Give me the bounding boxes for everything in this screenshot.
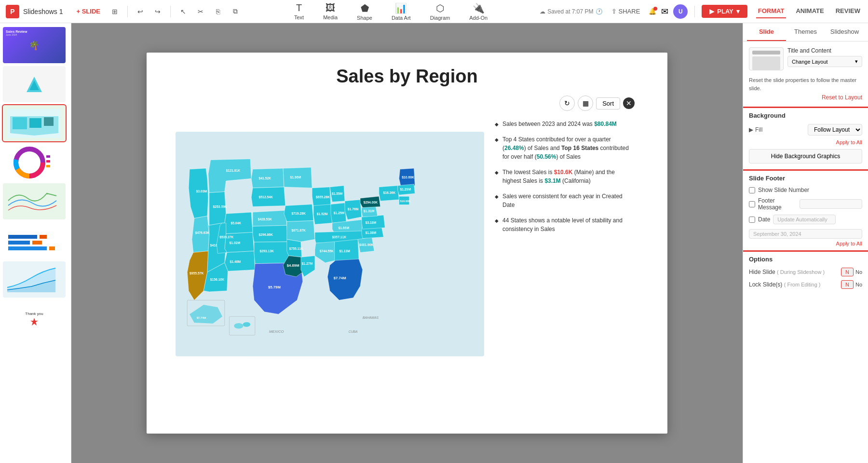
show-slide-number-checkbox[interactable]: [749, 187, 755, 193]
notification-icon[interactable]: 🔔: [649, 8, 656, 15]
svg-rect-3: [13, 117, 27, 129]
share-button[interactable]: ⇧ SHARE: [608, 6, 644, 17]
text-icon: T: [296, 2, 302, 14]
slide-wrapper-3: 3: [3, 105, 68, 141]
chart-type-button[interactable]: ▦: [578, 95, 593, 111]
svg-text:$955.57K: $955.57K: [190, 272, 203, 275]
toolbar-media[interactable]: 🖼 Media: [319, 0, 341, 22]
svg-text:$3.03M: $3.03M: [196, 190, 207, 193]
slide-thumbnail-2[interactable]: [3, 66, 66, 102]
svg-text:$10.60K: $10.60K: [400, 200, 411, 203]
cursor-btn[interactable]: ↖: [176, 5, 190, 18]
svg-point-109: [234, 323, 243, 329]
lock-slide-toggle-no[interactable]: N: [841, 280, 854, 289]
date-row: Date: [749, 215, 862, 224]
svg-text:$253.59K: $253.59K: [213, 205, 227, 209]
topbar-right: ☁ Saved at 7:07 PM 🕐 ⇧ SHARE 🔔 ✉ U ▶ PLA…: [540, 4, 862, 19]
duplicate-btn[interactable]: ⧉: [229, 5, 242, 18]
svg-rect-17: [32, 241, 42, 245]
footer-message-input[interactable]: [800, 199, 862, 209]
play-button[interactable]: ▶ PLAY ▾: [702, 5, 747, 18]
slide-thumbnail-3[interactable]: [3, 105, 66, 141]
change-layout-button[interactable]: Change Layout ▾: [787, 56, 862, 67]
map-container: ↻ ▦ Sort ✕ $3.03M $476.: [176, 95, 638, 394]
refresh-button[interactable]: ↻: [559, 95, 575, 111]
rp-tab-slide[interactable]: Slide: [747, 23, 786, 41]
footer-message-checkbox[interactable]: [749, 201, 755, 207]
slide-view-btn[interactable]: ⊞: [108, 5, 122, 18]
right-panel-content: Title and Content Change Layout ▾ Reset …: [743, 41, 868, 463]
slide-thumbnail-6[interactable]: [3, 222, 66, 259]
toolbar-text[interactable]: T Text: [290, 0, 308, 22]
toolbar-shape[interactable]: ⬟ Shape: [353, 0, 376, 23]
slide-thumbnail-1[interactable]: Sales Review June 2024 🌴: [3, 27, 66, 63]
footer-apply-all-link[interactable]: Apply to All: [749, 241, 862, 246]
footer-section-title: Slide Footer: [749, 175, 862, 182]
svg-text:$294.00K: $294.00K: [364, 201, 378, 204]
tab-review[interactable]: REVIEW: [834, 4, 862, 18]
slide-thumbnail-7[interactable]: [3, 261, 66, 298]
close-button[interactable]: ✕: [623, 97, 635, 109]
date-display-input[interactable]: [749, 229, 862, 239]
rp-tab-slideshow[interactable]: Slideshow: [825, 23, 864, 41]
show-slide-number-row: Show Slide Number: [749, 187, 862, 193]
user-avatar[interactable]: U: [673, 4, 688, 19]
add-slide-button[interactable]: + SLIDE: [73, 6, 105, 17]
copy-btn[interactable]: ⎘: [211, 5, 225, 18]
svg-text:$1.29M: $1.29M: [400, 188, 411, 191]
footer-message-label: Footer Message: [758, 197, 797, 211]
hide-background-graphics-button[interactable]: Hide Background Graphics: [749, 149, 862, 163]
svg-rect-18: [49, 246, 55, 250]
slide-thumbnail-8[interactable]: Thank you: [3, 300, 66, 337]
undo-btn[interactable]: ↩: [134, 5, 147, 18]
date-checkbox[interactable]: [749, 217, 755, 223]
divider3: [694, 6, 695, 17]
toolbar-data-art[interactable]: 📊 Data Art: [388, 0, 415, 23]
slide-thumbnail-5[interactable]: [3, 183, 66, 219]
background-section: Background ▶ Fill Follow Layout Apply to…: [749, 112, 862, 163]
insight-item-3: ◆ The lowest Sales is $10.6K (Maine) and…: [495, 168, 633, 185]
svg-text:$1.48M: $1.48M: [230, 260, 241, 264]
svg-text:$156.16K: $156.16K: [210, 278, 224, 282]
svg-text:CUBA: CUBA: [349, 330, 358, 333]
tab-animate[interactable]: ANIMATE: [794, 4, 826, 18]
hide-slide-toggle-no[interactable]: N: [841, 268, 854, 276]
data-art-icon: 📊: [395, 2, 407, 14]
main-layout: 1 Sales Review June 2024 🌴 2: [0, 23, 868, 463]
layout-preview-thumbnail: [749, 47, 784, 70]
svg-text:$755.11K: $755.11K: [289, 247, 303, 251]
background-divider: [743, 107, 868, 108]
slide-thumbnail-4[interactable]: [3, 144, 66, 180]
toolbar-addon[interactable]: 🔌 Add-On: [465, 0, 491, 23]
fill-select[interactable]: Follow Layout: [808, 124, 862, 136]
mail-icon[interactable]: ✉: [661, 6, 668, 17]
svg-text:$1.02M: $1.02M: [230, 241, 241, 245]
svg-text:$1.25M: $1.25M: [334, 211, 345, 215]
svg-text:$3.18M: $3.18M: [366, 221, 377, 225]
bullet-icon-1: ◆: [495, 121, 499, 128]
svg-text:$1.38M: $1.38M: [366, 231, 377, 235]
toolbar-center: T Text 🖼 Media ⬟ Shape 📊 Data Art ⬡ Diag…: [246, 0, 536, 23]
svg-text:$4.69M: $4.69M: [287, 263, 299, 268]
toolbar-diagram[interactable]: ⬡ Diagram: [426, 0, 454, 23]
sort-toolbar: ↻ ▦ Sort ✕: [559, 95, 635, 111]
insight-item-2: ◆ Top 4 States contributed for over a qu…: [495, 135, 633, 161]
footer-message-row: Footer Message: [749, 197, 862, 211]
svg-text:$1.31M: $1.31M: [364, 209, 375, 213]
svg-text:$10.60K: $10.60K: [402, 176, 414, 179]
tab-format[interactable]: FORMAT: [756, 4, 787, 18]
date-update-input[interactable]: [773, 215, 836, 224]
slide-wrapper-5: 5: [3, 183, 68, 219]
sort-button[interactable]: Sort: [596, 97, 620, 109]
apply-all-link[interactable]: Apply to All: [749, 139, 862, 145]
svg-text:$1.96M: $1.96M: [290, 176, 301, 179]
svg-text:$293.13K: $293.13K: [260, 249, 274, 253]
share-icon: ⇧: [611, 8, 617, 15]
topbar: P Slideshows 1 + SLIDE ⊞ ↩ ↪ ↖ ✂ ⎘ ⧉ T T…: [0, 0, 868, 23]
rp-tab-themes[interactable]: Themes: [786, 23, 825, 41]
layout-lines: [749, 48, 783, 70]
redo-btn[interactable]: ↪: [151, 5, 164, 18]
cut-btn[interactable]: ✂: [194, 5, 207, 18]
reset-layout-link[interactable]: Reset to Layout: [749, 94, 862, 101]
svg-text:$481.90K: $481.90K: [359, 243, 373, 247]
